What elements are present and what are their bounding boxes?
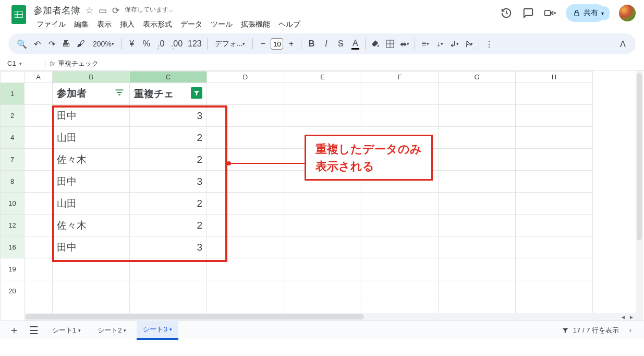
cell[interactable]: 2	[130, 149, 207, 171]
row-header[interactable]: 16	[1, 236, 25, 258]
undo-button[interactable]: ↶	[30, 37, 44, 51]
cell[interactable]: 2	[130, 193, 207, 215]
star-icon[interactable]: ☆	[86, 5, 93, 16]
col-header-G[interactable]: G	[439, 72, 516, 83]
menu-insert[interactable]: 挿入	[117, 18, 138, 31]
valign-button[interactable]: ↓ ▾	[433, 37, 446, 51]
side-panel-toggle[interactable]: ‹	[623, 323, 638, 338]
name-box[interactable]: C1▾	[4, 60, 41, 67]
cell: 参加者	[57, 88, 87, 99]
redo-button[interactable]: ↷	[45, 37, 58, 51]
cell[interactable]: 田中	[53, 171, 130, 193]
col-header-B[interactable]: B	[53, 72, 130, 83]
paint-format-button[interactable]: 🖌	[74, 37, 88, 51]
cell[interactable]: 3	[130, 105, 207, 127]
zoom-select[interactable]: 200% ▾	[89, 37, 118, 51]
cell[interactable]: 3	[130, 236, 207, 258]
col-header-F[interactable]: F	[361, 72, 439, 83]
menu-tools[interactable]: ツール	[208, 18, 236, 31]
menu-file[interactable]: ファイル	[33, 18, 69, 31]
cell[interactable]: 佐々木	[53, 149, 130, 171]
filter-icon[interactable]	[114, 87, 125, 101]
spreadsheet-grid[interactable]: A B C D E F G H 1 参加者 重複チェ 2田中3 4山田2 7佐々…	[0, 71, 644, 321]
all-sheets-button[interactable]: ☰	[26, 323, 42, 338]
history-icon[interactable]	[500, 7, 513, 19]
menu-data[interactable]: データ	[177, 18, 205, 31]
row-header[interactable]: 2	[1, 105, 25, 127]
header: 参加者名簿 ☆ ▭ ⟳ 保存しています... ファイル 編集 表示 挿入 表示形…	[0, 0, 644, 31]
row-header[interactable]: 10	[1, 193, 25, 215]
row-header[interactable]: 8	[1, 171, 25, 193]
menu-help[interactable]: ヘルプ	[275, 18, 303, 31]
cell[interactable]: 2	[130, 215, 207, 236]
doc-title[interactable]: 参加者名簿	[33, 4, 80, 17]
row-header[interactable]: 20	[1, 280, 25, 302]
print-button[interactable]: 🖶	[59, 37, 73, 51]
annotation-line	[228, 163, 306, 164]
fontsize-decrease[interactable]: −	[256, 37, 270, 51]
move-icon[interactable]: ▭	[99, 5, 107, 16]
sheet-tab[interactable]: シート2 ▾	[91, 322, 132, 339]
cell[interactable]: 田中	[53, 236, 130, 258]
cell[interactable]: 佐々木	[53, 215, 130, 236]
col-header-D[interactable]: D	[207, 72, 284, 83]
font-select[interactable]: デフォ... ▾	[211, 37, 250, 51]
borders-button[interactable]	[383, 37, 397, 51]
rotation-button[interactable]: A ▾	[462, 37, 476, 51]
fill-color-button[interactable]	[369, 37, 382, 51]
italic-button[interactable]: I	[319, 37, 333, 51]
fontsize-increase[interactable]: +	[284, 37, 298, 51]
filter-status-text: 17 / 7 行を表示	[573, 326, 619, 335]
menu-extensions[interactable]: 拡張機能	[238, 18, 273, 31]
cell[interactable]: 山田	[53, 193, 130, 215]
cloud-status-icon[interactable]: ⟳	[112, 5, 119, 16]
bold-button[interactable]: B	[305, 37, 318, 51]
row-header[interactable]: 7	[1, 149, 25, 171]
sheet-tab-active[interactable]: シート3 ▾	[137, 321, 178, 340]
horizontal-scrollbar[interactable]: ◄►	[24, 313, 636, 321]
strikethrough-button[interactable]: S	[334, 37, 347, 51]
merge-button[interactable]: ⬌ ▾	[398, 37, 411, 51]
fx-icon: fx	[50, 60, 55, 67]
row-header[interactable]: 1	[1, 83, 25, 105]
col-header-E[interactable]: E	[284, 72, 361, 83]
row-header[interactable]: 19	[1, 258, 25, 280]
user-avatar[interactable]	[619, 5, 636, 21]
cell[interactable]: 山田	[53, 127, 130, 149]
number-format-button[interactable]: 123	[186, 37, 204, 51]
cell[interactable]: 2	[130, 127, 207, 149]
font-size-input[interactable]	[271, 38, 283, 50]
formula-content[interactable]: 重複チェック	[58, 59, 99, 68]
menu-format[interactable]: 表示形式	[140, 18, 175, 31]
col-header-H[interactable]: H	[516, 72, 593, 83]
row-header[interactable]	[1, 302, 25, 321]
cell[interactable]: 田中	[53, 105, 130, 127]
text-color-button[interactable]: A	[348, 37, 362, 51]
sheet-tab[interactable]: シート1 ▾	[46, 322, 87, 339]
search-icon[interactable]: 🔍	[15, 37, 29, 51]
menu-view[interactable]: 表示	[94, 18, 115, 31]
add-sheet-button[interactable]: ＋	[6, 323, 22, 338]
col-header-C[interactable]: C	[130, 72, 207, 83]
svg-rect-3	[545, 10, 551, 16]
filter-active-icon[interactable]	[191, 87, 202, 99]
row-header[interactable]: 12	[1, 215, 25, 236]
percent-button[interactable]: %	[140, 37, 153, 51]
sheets-logo[interactable]	[8, 4, 29, 25]
currency-button[interactable]: ¥	[125, 37, 139, 51]
vertical-scrollbar[interactable]	[636, 71, 643, 321]
wrap-button[interactable]: ↲ ▾	[447, 37, 461, 51]
comment-icon[interactable]	[522, 7, 534, 19]
more-toolbar-icon[interactable]: ⋮	[482, 37, 496, 51]
col-header-A[interactable]: A	[25, 72, 53, 83]
menu-edit[interactable]: 編集	[71, 18, 92, 31]
increase-decimal-button[interactable]: .00→	[169, 37, 185, 51]
decrease-decimal-button[interactable]: .0←	[154, 37, 168, 51]
row-header[interactable]: 4	[1, 127, 25, 149]
meet-icon[interactable]: ▾	[544, 7, 556, 19]
collapse-toolbar-icon[interactable]: ᐱ	[616, 37, 629, 51]
halign-button[interactable]: ≡ ▾	[418, 37, 432, 51]
cell[interactable]: 3	[130, 171, 207, 193]
share-dropdown[interactable]: ▾	[599, 6, 610, 20]
select-all-corner[interactable]	[1, 72, 25, 83]
